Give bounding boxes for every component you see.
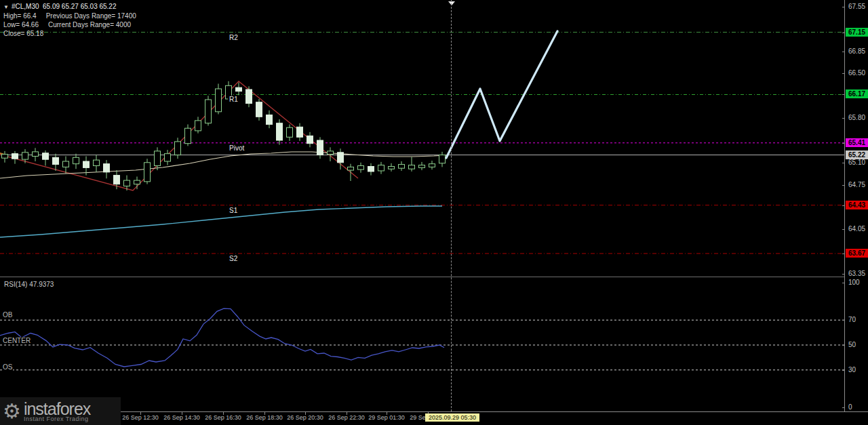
instaforex-logo: ⚙ instaforex Instant Forex Trading xyxy=(0,397,121,425)
price-axis-tick xyxy=(842,370,845,371)
price-axis-tick xyxy=(842,274,845,275)
candle-body xyxy=(216,89,222,112)
candle-body xyxy=(439,155,446,163)
candle-body xyxy=(144,163,151,182)
candle-body xyxy=(348,167,354,170)
s1-price-box: 64.43 xyxy=(846,201,868,209)
logo-tagline: Instant Forex Trading xyxy=(24,416,90,422)
price-axis[interactable]: 67.5566.8566.5065.8065.1064.7564.0563.35… xyxy=(844,0,868,411)
rsi-line xyxy=(0,308,444,367)
candle-body xyxy=(246,89,252,104)
time-axis-label: 26 Sep 22:30 xyxy=(328,414,365,421)
pivot-level-label: Pivot xyxy=(228,144,245,152)
r1-level-label: R1 xyxy=(228,96,239,103)
high-value: High= 66.4 xyxy=(3,12,37,20)
price-axis-tick xyxy=(842,407,845,408)
candle-body xyxy=(236,87,242,92)
time-axis[interactable]: 26 Sep 10:3026 Sep 12:3026 Sep 14:3026 S… xyxy=(0,411,868,425)
r1-price-box: 66.17 xyxy=(846,89,868,98)
collapse-triangle-icon[interactable]: ▼ xyxy=(3,4,9,10)
s1-level-label: S1 xyxy=(228,207,239,214)
price-chart-canvas[interactable] xyxy=(0,0,844,277)
candle-body xyxy=(378,165,384,171)
rsi-ob-label: OB xyxy=(2,311,13,319)
time-axis-label: 29 Sep 01:30 xyxy=(368,414,405,421)
high-range-line: High= 66.4Previous Days Range= 17400 xyxy=(3,12,146,20)
price-axis-tick xyxy=(842,254,845,254)
candle-body xyxy=(134,180,140,184)
time-axis-tick xyxy=(264,412,265,415)
price-axis-label: 64.05 xyxy=(848,225,865,232)
time-axis-label: 26 Sep 12:30 xyxy=(122,414,159,421)
candle-body xyxy=(185,128,191,144)
candle-body xyxy=(368,167,374,172)
price-axis-label: 65.10 xyxy=(848,159,865,166)
candle-body xyxy=(419,165,425,168)
time-axis-label: 26 Sep 20:30 xyxy=(287,414,323,421)
price-axis-label: 63.35 xyxy=(848,270,865,277)
rsi-center-label: CENTER xyxy=(2,337,31,344)
price-axis-tick xyxy=(842,345,845,346)
candle-body xyxy=(328,151,334,155)
prev-days-range: Previous Days Range= 17400 xyxy=(46,12,136,20)
candle-body xyxy=(73,157,79,163)
candle-body xyxy=(307,136,313,143)
symbol-label: #CL,M30 xyxy=(12,3,39,10)
crosshair-time-box: 2025.09.29 05:30 xyxy=(425,413,479,422)
symbol-ohlc-line: ▼#CL,M30 65.09 65.27 65.03 65.22 xyxy=(3,2,146,12)
crosshair-vertical-line[interactable] xyxy=(451,0,452,425)
rsi-chart-canvas[interactable] xyxy=(0,277,844,425)
price-axis-tick xyxy=(842,52,845,52)
pivot-price-box: 65.41 xyxy=(846,138,868,147)
bid-price-box: 65.22 xyxy=(846,150,868,159)
rsi-axis-label: 30 xyxy=(848,366,856,373)
candle-body xyxy=(389,167,395,169)
candle-body xyxy=(358,166,364,170)
candle-body xyxy=(63,161,69,167)
price-axis-label: 65.80 xyxy=(848,114,865,121)
rsi-axis-label: 50 xyxy=(848,341,856,348)
time-axis-tick xyxy=(305,412,306,415)
price-axis-tick xyxy=(842,73,845,74)
candle-body xyxy=(124,180,130,186)
price-axis-label: 66.50 xyxy=(848,69,865,77)
price-axis-tick xyxy=(842,7,845,7)
candle-body xyxy=(338,153,344,163)
price-axis-label: 66.85 xyxy=(848,47,865,55)
price-axis-tick xyxy=(842,185,845,186)
chart-shift-marker xyxy=(448,1,455,5)
candle-body xyxy=(43,153,49,159)
candle-body xyxy=(12,154,18,159)
r2-level-label: R2 xyxy=(228,34,239,41)
candle-body xyxy=(165,154,171,161)
instaforex-gear-icon: ⚙ xyxy=(3,401,21,422)
price-axis-tick xyxy=(842,205,845,206)
time-axis-tick xyxy=(182,412,182,415)
rsi-axis-label: 100 xyxy=(848,279,860,286)
price-axis-tick xyxy=(842,118,845,119)
candle-body xyxy=(287,127,293,137)
price-axis-label: 64.75 xyxy=(848,181,865,188)
price-axis-tick xyxy=(842,33,845,33)
candle-body xyxy=(33,152,39,157)
candle-body xyxy=(409,165,415,169)
price-axis-tick xyxy=(842,229,845,230)
logo-name: instaforex xyxy=(24,401,90,417)
rsi-indicator-label: RSI(14) 47.9373 xyxy=(4,281,54,288)
ohlc-values: 65.09 65.27 65.03 65.22 xyxy=(43,3,116,10)
price-axis-tick xyxy=(842,143,845,144)
candle-body xyxy=(195,121,201,131)
time-axis-label: 26 Sep 14:30 xyxy=(163,414,200,421)
candle-body xyxy=(53,157,59,164)
candle-body xyxy=(256,102,262,117)
candle-body xyxy=(83,161,90,167)
close-line: Close= 65.18 xyxy=(3,29,146,38)
candle-body xyxy=(267,115,273,125)
time-axis-tick xyxy=(140,412,141,415)
candle-body xyxy=(205,100,212,123)
price-axis-tick xyxy=(842,320,845,321)
candle-body xyxy=(399,165,405,169)
candle-body xyxy=(317,140,323,155)
time-axis-tick xyxy=(347,412,347,415)
price-axis-tick xyxy=(842,94,845,95)
